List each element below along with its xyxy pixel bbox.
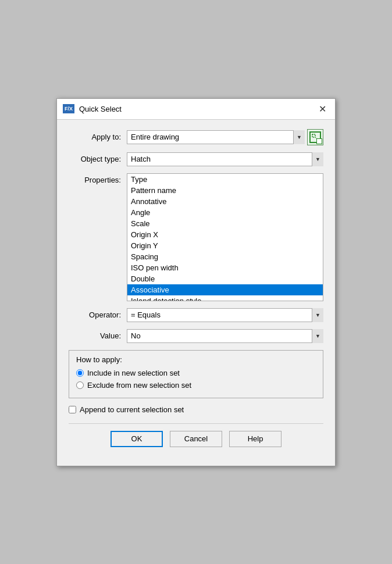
list-item[interactable]: Origin X: [127, 229, 323, 240]
operator-select[interactable]: = Equals != Not Equal > Greater than < L…: [127, 308, 323, 322]
exclude-label[interactable]: Exclude from new selection set: [87, 381, 191, 390]
object-type-label: Object type:: [69, 155, 127, 163]
object-type-controls: Hatch Line Circle Arc Polyline ▼: [127, 152, 323, 166]
value-row: Value: No Yes ▼: [69, 329, 323, 343]
exclude-radio-row: Exclude from new selection set: [76, 381, 316, 390]
apply-to-select-wrapper: Entire drawing Current selection ▼: [127, 130, 305, 144]
object-type-row: Object type: Hatch Line Circle Arc Polyl…: [69, 152, 323, 166]
help-button[interactable]: Help: [229, 431, 281, 447]
list-item[interactable]: Double: [127, 273, 323, 284]
properties-listbox[interactable]: Type Pattern name Annotative Angle Scale…: [127, 174, 323, 301]
list-item[interactable]: Annotative: [127, 196, 323, 207]
exclude-radio[interactable]: [76, 381, 84, 389]
select-objects-button[interactable]: [307, 129, 323, 145]
close-button[interactable]: ✕: [315, 102, 329, 116]
button-row: OK Cancel Help: [69, 431, 323, 456]
apply-to-controls: Entire drawing Current selection ▼: [127, 129, 323, 145]
properties-label: Properties:: [69, 173, 127, 184]
list-item[interactable]: Angle: [127, 207, 323, 218]
properties-row: Properties: Type Pattern name Annotative…: [69, 173, 323, 301]
value-select[interactable]: No Yes: [127, 329, 323, 343]
list-item[interactable]: Spacing: [127, 251, 323, 262]
apply-to-row: Apply to: Entire drawing Current selecti…: [69, 129, 323, 145]
properties-listbox-wrapper: Type Pattern name Annotative Angle Scale…: [127, 173, 323, 301]
operator-label: Operator:: [69, 310, 127, 319]
append-checkbox-row: Append to current selection set: [69, 405, 323, 414]
list-item[interactable]: Type: [127, 174, 323, 185]
svg-rect-0: [312, 134, 315, 137]
operator-controls: = Equals != Not Equal > Greater than < L…: [127, 308, 323, 322]
svg-marker-1: [316, 138, 319, 141]
value-select-wrapper: No Yes ▼: [127, 329, 323, 343]
value-controls: No Yes ▼: [127, 329, 323, 343]
operator-select-wrapper: = Equals != Not Equal > Greater than < L…: [127, 308, 323, 322]
append-checkbox[interactable]: [69, 406, 76, 413]
list-item[interactable]: Island detection style: [127, 295, 323, 301]
include-radio[interactable]: [76, 369, 84, 377]
divider: [69, 423, 323, 424]
how-to-apply-title: How to apply:: [76, 355, 316, 364]
object-type-select-wrapper: Hatch Line Circle Arc Polyline ▼: [127, 152, 323, 166]
object-type-select[interactable]: Hatch Line Circle Arc Polyline: [127, 152, 323, 166]
dialog-title: Quick Select: [79, 105, 315, 113]
list-item[interactable]: Scale: [127, 218, 323, 229]
title-bar: F/X Quick Select ✕: [57, 99, 335, 120]
apply-to-label: Apply to:: [69, 133, 127, 141]
list-item[interactable]: Origin Y: [127, 240, 323, 251]
how-to-apply-section: How to apply: Include in new selection s…: [69, 350, 323, 398]
list-item[interactable]: ISO pen width: [127, 262, 323, 273]
select-objects-icon: [309, 131, 321, 143]
apply-to-select[interactable]: Entire drawing Current selection: [127, 130, 305, 144]
list-item-selected[interactable]: Associative: [127, 284, 323, 295]
operator-row: Operator: = Equals != Not Equal > Greate…: [69, 308, 323, 322]
select-icon-svg: [312, 134, 319, 141]
list-item[interactable]: Pattern name: [127, 185, 323, 196]
app-icon: F/X: [63, 104, 74, 113]
value-label: Value:: [69, 331, 127, 340]
include-radio-row: Include in new selection set: [76, 369, 316, 377]
append-label[interactable]: Append to current selection set: [80, 405, 184, 414]
ok-button[interactable]: OK: [111, 431, 163, 447]
include-label[interactable]: Include in new selection set: [87, 369, 180, 377]
quick-select-dialog: F/X Quick Select ✕ Apply to: Entire draw…: [56, 98, 336, 466]
dialog-content: Apply to: Entire drawing Current selecti…: [57, 120, 335, 466]
cancel-button[interactable]: Cancel: [170, 431, 222, 447]
